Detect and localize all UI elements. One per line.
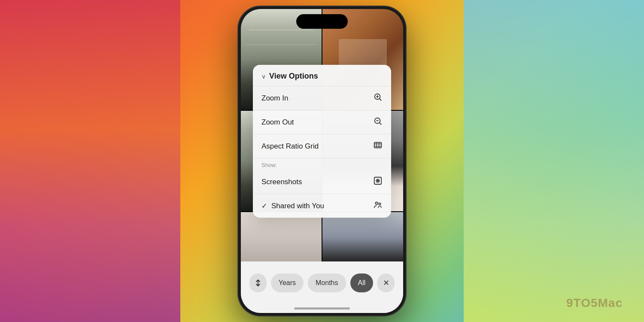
menu-item-zoom-in[interactable]: Zoom In [253,86,391,110]
menu-item-shared-with-you[interactable]: ✓ Shared with You [253,194,391,218]
years-button[interactable]: Years [271,273,304,292]
home-indicator [294,307,350,310]
shared-with-you-icon [373,200,383,212]
screenshots-label: Screenshots [261,178,302,186]
dynamic-island [296,14,348,29]
menu-title: View Options [269,72,318,81]
phone-frame: ∨ View Options Zoom In Zoom Out [238,6,406,316]
zoom-in-label: Zoom In [261,94,288,103]
sort-button[interactable] [249,273,267,292]
svg-point-15 [376,202,378,205]
svg-rect-7 [374,143,382,148]
phone-screen: ∨ View Options Zoom In Zoom Out [241,9,403,313]
watermark: 9TO5Mac [566,296,623,310]
svg-line-1 [380,99,381,100]
all-button[interactable]: All [350,273,374,292]
svg-line-5 [380,123,381,125]
show-section-label: Show: [253,158,391,170]
menu-item-zoom-out[interactable]: Zoom Out [253,110,391,134]
bottom-filter-bar: Years Months All ✕ [241,261,403,313]
aspect-ratio-label: Aspect Ratio Grid [261,142,319,151]
svg-point-14 [377,180,379,182]
bg-right-overlay [464,0,644,322]
zoom-in-icon [373,92,383,104]
aspect-ratio-icon [373,140,383,152]
chevron-down-icon: ∨ [261,73,266,80]
bg-left-overlay [0,0,180,322]
checkmark-icon: ✓ [261,202,267,210]
zoom-out-label: Zoom Out [261,118,294,127]
menu-item-aspect-ratio[interactable]: Aspect Ratio Grid [253,134,391,158]
zoom-out-icon [373,116,383,128]
menu-header[interactable]: ∨ View Options [253,65,391,86]
view-options-dropdown: ∨ View Options Zoom In Zoom Out [253,65,391,218]
shared-label: ✓ Shared with You [261,202,324,210]
months-button[interactable]: Months [308,273,346,292]
svg-point-16 [379,203,381,205]
close-button[interactable]: ✕ [377,273,395,292]
screenshot-icon [373,176,383,188]
menu-item-screenshots[interactable]: Screenshots [253,170,391,194]
